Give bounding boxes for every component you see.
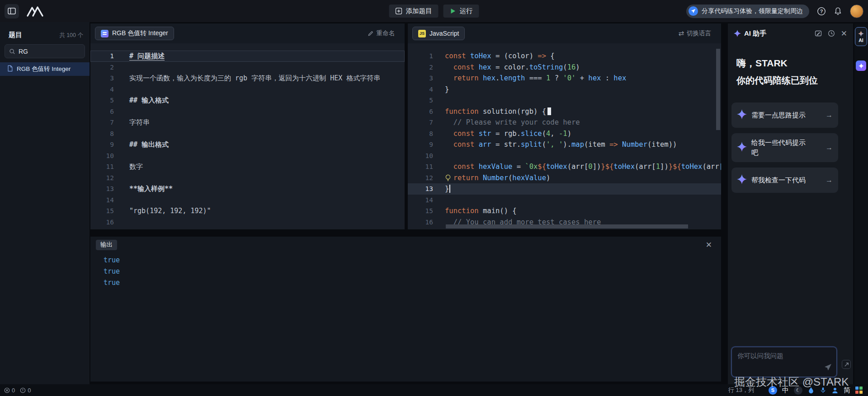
- markdown-line[interactable]: 3实现一个函数，输入为长度为三的 rgb 字符串，返回为十六进制 HEX 格式字…: [90, 73, 405, 84]
- markdown-line[interactable]: 9## 输出格式: [90, 139, 405, 150]
- help-button[interactable]: ?: [817, 7, 826, 16]
- markdown-line[interactable]: 5## 输入格式: [90, 95, 405, 106]
- vertical-scrollbar[interactable]: [716, 49, 720, 130]
- ime-menu-grid-icon[interactable]: [855, 387, 863, 394]
- code-line[interactable]: 2 const hex = color.toString(16): [408, 62, 721, 73]
- code-line[interactable]: 10: [408, 150, 721, 162]
- code-token: Number: [483, 174, 508, 182]
- line-number: 8: [90, 130, 114, 137]
- code-line[interactable]: 13}: [408, 183, 721, 195]
- ime-toolbar: S中☾简: [769, 386, 863, 395]
- code-token: ,: [550, 130, 559, 138]
- markdown-line[interactable]: 8: [90, 128, 405, 140]
- markdown-line[interactable]: 10: [90, 150, 405, 162]
- code-line[interactable]: 6function solution(rgb) {: [408, 106, 721, 117]
- ai-greeting: 嗨，STARK 你的代码陪练已到位: [736, 57, 818, 87]
- problem-tab[interactable]: RGB 色值转 Integer: [95, 27, 174, 40]
- code-line[interactable]: 1const toHex = (color) => {: [408, 51, 721, 62]
- ime-skin-icon[interactable]: [807, 386, 815, 394]
- promo-banner[interactable]: 分享代码练习体验，领限量定制周边: [686, 5, 809, 18]
- rename-button[interactable]: 重命名: [368, 29, 395, 37]
- markdown-line[interactable]: 15"rgb(192, 192, 192)": [90, 205, 405, 217]
- ai-badge-button[interactable]: AI: [855, 27, 867, 46]
- ime-chinese-icon[interactable]: 中: [782, 386, 789, 395]
- markdown-line[interactable]: 16: [90, 217, 405, 228]
- sidebar-toggle-button[interactable]: [5, 4, 19, 19]
- code-token: +: [576, 74, 588, 82]
- code-line[interactable]: 14: [408, 195, 721, 206]
- markdown-line[interactable]: 7字符串: [90, 117, 405, 128]
- code-line[interactable]: 11 const hexValue = `0x${toHex(arr[0])}$…: [408, 161, 721, 172]
- code-editor[interactable]: 1const toHex = (color) => {2 const hex =…: [408, 43, 721, 228]
- code-panel-header: JS JavaScript ⇄ 切换语言: [408, 23, 721, 43]
- sidebar-header: 题目 共 100 个: [0, 22, 90, 44]
- ime-simplified-icon[interactable]: 简: [844, 386, 850, 395]
- problems-status[interactable]: 0 0: [0, 387, 33, 394]
- markdown-line[interactable]: 12: [90, 172, 405, 184]
- expand-chat-button[interactable]: [842, 360, 851, 369]
- code-line[interactable]: 9 const arr = str.split(', ').map(item =…: [408, 139, 721, 150]
- ai-suggestion-card[interactable]: 帮我检查一下代码→: [731, 168, 838, 193]
- code-token: (arr[: [702, 163, 721, 171]
- code-line[interactable]: 8 const str = rgb.slice(4, -1): [408, 128, 721, 140]
- ime-night-mode-icon[interactable]: ☾: [794, 386, 802, 395]
- add-problem-button[interactable]: 添加题目: [389, 5, 439, 18]
- problem-editor[interactable]: 1# 问题描述23实现一个函数，输入为长度为三的 rgb 字符串，返回为十六进制…: [90, 43, 405, 228]
- markdown-line[interactable]: 1# 问题描述: [90, 51, 405, 62]
- ime-sogou-icon[interactable]: S: [769, 386, 777, 395]
- right-activity-strip: AI: [854, 23, 868, 384]
- markdown-line[interactable]: 2: [90, 62, 405, 73]
- code-token: = color.: [491, 63, 529, 71]
- send-button[interactable]: [824, 363, 832, 373]
- output-tab[interactable]: 输出: [96, 240, 117, 250]
- new-chat-button[interactable]: [815, 30, 822, 37]
- user-avatar[interactable]: [850, 5, 863, 18]
- output-value: true: [104, 279, 721, 290]
- horizontal-scrollbar[interactable]: [446, 224, 688, 228]
- lightbulb-icon[interactable]: [445, 174, 451, 183]
- markdown-line[interactable]: 13**输入样例**: [90, 183, 405, 195]
- output-close-button[interactable]: ✕: [706, 241, 712, 249]
- code-line[interactable]: 7 // Please write your code here: [408, 117, 721, 128]
- markdown-line[interactable]: 14: [90, 195, 405, 206]
- code-line[interactable]: 12 return Number(hexValue): [408, 172, 721, 184]
- code-line[interactable]: 4}: [408, 84, 721, 95]
- markdown-line[interactable]: 11数字: [90, 161, 405, 172]
- ai-suggestion-label: 需要一点思路提示: [751, 110, 806, 120]
- ai-close-button[interactable]: ✕: [841, 30, 847, 37]
- line-number: 13: [408, 185, 433, 192]
- code-token: 0: [588, 163, 592, 171]
- list-item[interactable]: RGB 色值转 Integer: [0, 62, 90, 76]
- plugin-icon[interactable]: [856, 61, 866, 71]
- app-logo[interactable]: [26, 5, 46, 17]
- ai-suggestion-card[interactable]: 需要一点思路提示→: [731, 102, 838, 128]
- history-button[interactable]: [828, 30, 835, 37]
- ime-account-icon[interactable]: [831, 387, 839, 394]
- code-line[interactable]: 15function main() {: [408, 205, 721, 217]
- code-token: (: [542, 140, 546, 149]
- markdown-line[interactable]: 4: [90, 84, 405, 95]
- language-tab[interactable]: JS JavaScript: [412, 27, 465, 40]
- ai-greeting-line2: 你的代码陪练已到位: [736, 75, 818, 87]
- line-number: 13: [90, 185, 114, 192]
- line-number: 5: [90, 97, 114, 104]
- markdown-line[interactable]: 6: [90, 106, 405, 117]
- code-token: (: [542, 130, 546, 138]
- help-icon: ?: [817, 7, 826, 16]
- ai-suggestion-card[interactable]: 给我一些代码提示吧→: [731, 133, 838, 162]
- code-token: Number: [622, 140, 647, 149]
- bell-icon: [834, 7, 842, 16]
- code-token: [445, 74, 453, 82]
- line-number: 10: [90, 152, 114, 159]
- code-line[interactable]: 5: [408, 95, 721, 106]
- run-button[interactable]: 运行: [443, 5, 479, 18]
- switch-language-button[interactable]: ⇄ 切换语言: [678, 29, 711, 37]
- code-line[interactable]: 3 return hex.length === 1 ? '0' + hex : …: [408, 73, 721, 84]
- markdown-line-text: "rgb(192, 192, 192)": [114, 207, 211, 215]
- cursor-position[interactable]: 行 13，列: [728, 386, 754, 394]
- search-input[interactable]: [19, 48, 80, 55]
- ai-chat-input[interactable]: 你可以问我问题: [731, 347, 837, 377]
- code-token: (: [517, 107, 521, 116]
- ime-microphone-icon[interactable]: [820, 386, 826, 394]
- notifications-button[interactable]: [834, 7, 842, 16]
